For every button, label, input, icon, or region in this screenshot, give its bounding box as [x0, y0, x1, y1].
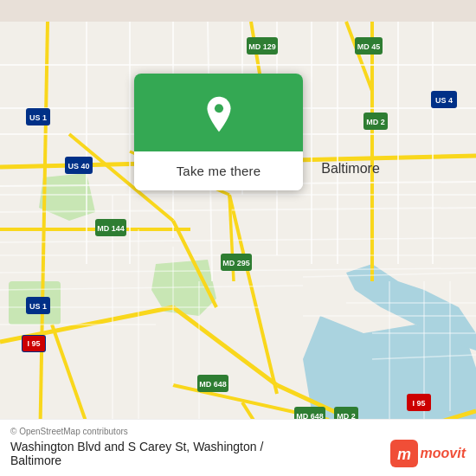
svg-text:MD 648: MD 648 — [199, 380, 227, 389]
map-background: US 1 US 40 US 40 US 1 I 95 I 95 MD 45 MD… — [0, 0, 476, 476]
svg-text:US 4: US 4 — [435, 96, 453, 105]
svg-point-90 — [214, 104, 222, 113]
svg-text:MD 45: MD 45 — [357, 42, 381, 51]
footer: © OpenStreetMap contributors Washington … — [0, 419, 476, 476]
take-me-there-button[interactable]: Take me there — [134, 151, 303, 190]
footer-row: Washington Blvd and S Carey St, Washingt… — [10, 440, 466, 467]
svg-text:MD 129: MD 129 — [248, 42, 276, 51]
svg-text:MD 144: MD 144 — [97, 224, 125, 233]
svg-text:I 95: I 95 — [412, 399, 425, 408]
svg-text:US 40: US 40 — [68, 162, 89, 170]
svg-text:MD 2: MD 2 — [366, 118, 385, 126]
svg-text:m: m — [397, 446, 411, 463]
svg-text:US 1: US 1 — [29, 113, 47, 122]
moovit-wordmark: moovit — [421, 446, 466, 461]
moovit-logo: m moovit — [390, 440, 466, 467]
map-container: US 1 US 40 US 40 US 1 I 95 I 95 MD 45 MD… — [0, 0, 476, 476]
copyright-text: © OpenStreetMap contributors — [10, 427, 466, 436]
location-text: Washington Blvd and S Carey St, Washingt… — [10, 440, 263, 467]
location-pin-icon — [200, 95, 238, 133]
svg-text:US 1: US 1 — [29, 302, 47, 311]
svg-text:I 95: I 95 — [27, 339, 40, 348]
card-header — [134, 74, 303, 151]
svg-text:MD 295: MD 295 — [222, 259, 250, 267]
moovit-icon: m — [390, 440, 418, 467]
info-card: Take me there — [134, 74, 303, 190]
svg-text:Baltimore: Baltimore — [321, 161, 380, 176]
